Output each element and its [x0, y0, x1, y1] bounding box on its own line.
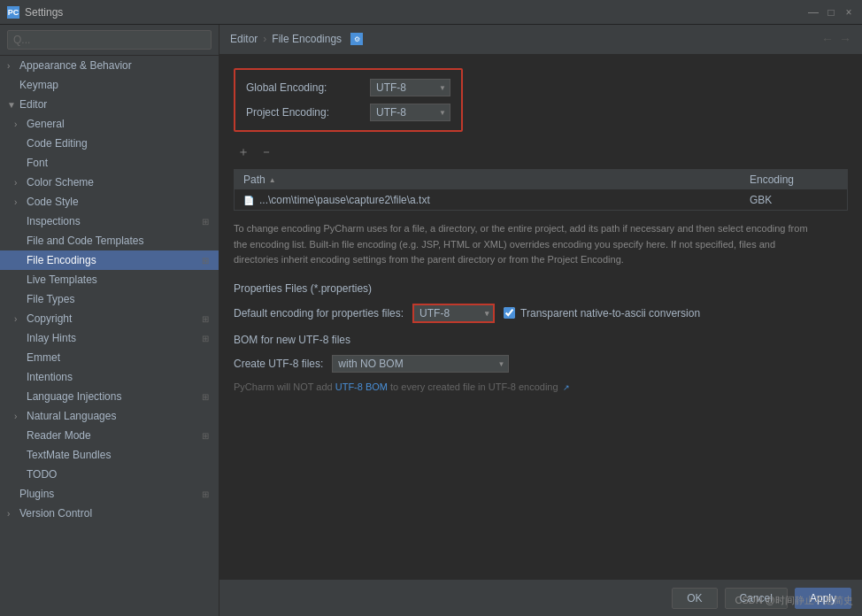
encoding-highlighted-box: Global Encoding: UTF-8 GBK ISO-8859-1 Pr… [234, 68, 463, 132]
sidebar-item-label: Editor [19, 98, 47, 111]
transparent-conversion-row: Transparent native-to-ascii conversion [504, 307, 700, 320]
chevron-right-icon: › [14, 314, 23, 324]
sidebar-item-keymap[interactable]: Keymap [0, 75, 219, 95]
maximize-button[interactable]: □ [825, 6, 837, 19]
global-encoding-row: Global Encoding: UTF-8 GBK ISO-8859-1 [246, 79, 450, 96]
column-header-path: Path ▲ [235, 170, 741, 189]
sidebar-item-editor[interactable]: ▼Editor [0, 95, 219, 114]
chevron-right-icon: › [14, 197, 23, 207]
settings-badge-icon: ⊞ [199, 429, 212, 442]
sidebar-item-label: Color Scheme [27, 176, 94, 189]
file-icon: 📄 [243, 196, 254, 205]
bom-select-wrapper: with NO BOM with BOM with BOM (auto) [332, 355, 509, 373]
sidebar-item-label: Language Injections [27, 390, 121, 403]
project-encoding-row: Project Encoding: UTF-8 GBK ISO-8859-1 [246, 104, 450, 121]
project-encoding-select-wrapper: UTF-8 GBK ISO-8859-1 [370, 104, 450, 121]
transparent-conversion-checkbox[interactable] [504, 307, 515, 319]
add-path-button[interactable]: ＋ [234, 142, 253, 162]
sidebar-item-plugins[interactable]: Plugins⊞ [0, 484, 219, 504]
sidebar-item-general[interactable]: ›General [0, 114, 219, 134]
sidebar-item-label: Plugins [19, 488, 54, 500]
create-utf8-label: Create UTF-8 files: [234, 358, 323, 370]
app-icon: PC [7, 6, 19, 19]
settings-badge-icon: ⊞ [199, 312, 212, 325]
sidebar-item-file-encodings[interactable]: File Encodings⊞ [0, 250, 219, 270]
global-encoding-select-wrapper: UTF-8 GBK ISO-8859-1 [370, 79, 450, 96]
ok-button[interactable]: OK [672, 588, 717, 609]
sidebar: ›Appearance & Behavior Keymap▼Editor›Gen… [0, 25, 219, 616]
sidebar-item-label: Copyright [27, 312, 72, 325]
chevron-right-icon: › [14, 178, 23, 188]
sidebar-item-label: Code Style [27, 196, 79, 208]
sidebar-item-language-injections[interactable]: Language Injections⊞ [0, 387, 219, 406]
sidebar-item-appearance[interactable]: ›Appearance & Behavior [0, 56, 219, 75]
sidebar-item-label: TODO [27, 468, 57, 481]
sidebar-item-font[interactable]: Font [0, 153, 219, 173]
create-utf8-row: Create UTF-8 files: with NO BOM with BOM… [234, 355, 848, 373]
global-encoding-select[interactable]: UTF-8 GBK ISO-8859-1 [370, 79, 450, 96]
sidebar-item-label: Live Templates [27, 273, 97, 286]
breadcrumb: Editor › File Encodings ⚙ [230, 33, 363, 45]
title-bar-left: PC Settings [7, 6, 63, 19]
default-encoding-select[interactable]: UTF-8 GBK ISO-8859-1 [412, 304, 495, 323]
sidebar-item-textmate-bundles[interactable]: TextMate Bundles [0, 445, 219, 465]
table-row[interactable]: 📄 ...\com\time\pause\capture2\file\a.txt… [235, 190, 847, 210]
table-header: Path ▲ Encoding [235, 170, 847, 190]
sidebar-item-label: Code Editing [27, 137, 88, 150]
sidebar-item-label: Natural Languages [27, 410, 116, 422]
project-encoding-select[interactable]: UTF-8 GBK ISO-8859-1 [370, 104, 450, 121]
sidebar-item-file-types[interactable]: File Types [0, 289, 219, 309]
sidebar-item-file-code-templates[interactable]: File and Code Templates [0, 231, 219, 250]
sidebar-item-color-scheme[interactable]: ›Color Scheme [0, 173, 219, 192]
cancel-button[interactable]: Cancel [725, 588, 788, 609]
breadcrumb-separator: › [263, 33, 266, 45]
sidebar-search-area [0, 25, 219, 56]
sidebar-item-label: Inlay Hints [27, 332, 76, 344]
sidebar-item-label: Emmet [27, 351, 60, 364]
chevron-right-icon: › [7, 61, 16, 71]
nav-back-button[interactable]: ← [821, 32, 834, 46]
note-text-before: PyCharm will NOT add [234, 381, 335, 392]
sidebar-item-code-style[interactable]: ›Code Style [0, 192, 219, 212]
sidebar-item-natural-languages[interactable]: ›Natural Languages [0, 406, 219, 426]
nav-forward-button[interactable]: → [839, 32, 851, 46]
remove-path-button[interactable]: － [257, 142, 276, 162]
sidebar-item-label: Inspections [27, 215, 81, 227]
sidebar-item-emmet[interactable]: Emmet [0, 348, 219, 367]
chevron-right-icon: › [14, 412, 23, 421]
sidebar-item-label: Font [27, 157, 48, 169]
sidebar-item-label: Keymap [19, 79, 58, 91]
sidebar-item-intentions[interactable]: Intentions [0, 367, 219, 387]
sidebar-item-version-control[interactable]: ›Version Control [0, 504, 219, 523]
default-encoding-select-wrapper: UTF-8 GBK ISO-8859-1 ▼ [412, 304, 495, 323]
path-value: ...\com\time\pause\capture2\file\a.txt [259, 194, 430, 206]
sidebar-item-live-templates[interactable]: Live Templates [0, 270, 219, 289]
settings-badge-icon: ⊞ [199, 254, 212, 266]
external-link-icon[interactable]: ↗ [563, 383, 570, 392]
content-area: Editor › File Encodings ⚙ ← → Global Enc… [219, 25, 862, 616]
minimize-button[interactable]: — [807, 6, 820, 19]
cell-encoding: GBK [741, 190, 847, 210]
window-title: Settings [25, 6, 63, 19]
sidebar-item-reader-mode[interactable]: Reader Mode⊞ [0, 426, 219, 445]
apply-button[interactable]: Apply [795, 588, 851, 609]
close-button[interactable]: × [843, 6, 855, 19]
content-body: Global Encoding: UTF-8 GBK ISO-8859-1 Pr… [219, 54, 862, 580]
bom-select[interactable]: with NO BOM with BOM with BOM (auto) [332, 355, 509, 373]
sidebar-item-label: TextMate Bundles [27, 449, 111, 461]
sidebar-item-inlay-hints[interactable]: Inlay Hints⊞ [0, 328, 219, 348]
sidebar-item-inspections[interactable]: Inspections⊞ [0, 212, 219, 231]
search-input[interactable] [7, 30, 212, 50]
breadcrumb-file-encodings: File Encodings [272, 33, 342, 45]
sidebar-item-label: File and Code Templates [27, 235, 144, 247]
settings-badge-icon: ⊞ [199, 488, 212, 500]
note-text-after: to every created file in UTF-8 encoding [388, 381, 558, 392]
title-bar: PC Settings — □ × [0, 0, 862, 25]
utf8-bom-link[interactable]: UTF-8 BOM [335, 381, 388, 392]
sidebar-item-todo[interactable]: TODO [0, 465, 219, 484]
properties-section-title: Properties Files (*.properties) [234, 282, 848, 295]
sidebar-item-code-editing[interactable]: Code Editing [0, 134, 219, 153]
settings-badge-icon: ⊞ [199, 390, 212, 403]
sidebar-item-label: File Types [27, 293, 74, 305]
sidebar-item-copyright[interactable]: ›Copyright⊞ [0, 309, 219, 328]
